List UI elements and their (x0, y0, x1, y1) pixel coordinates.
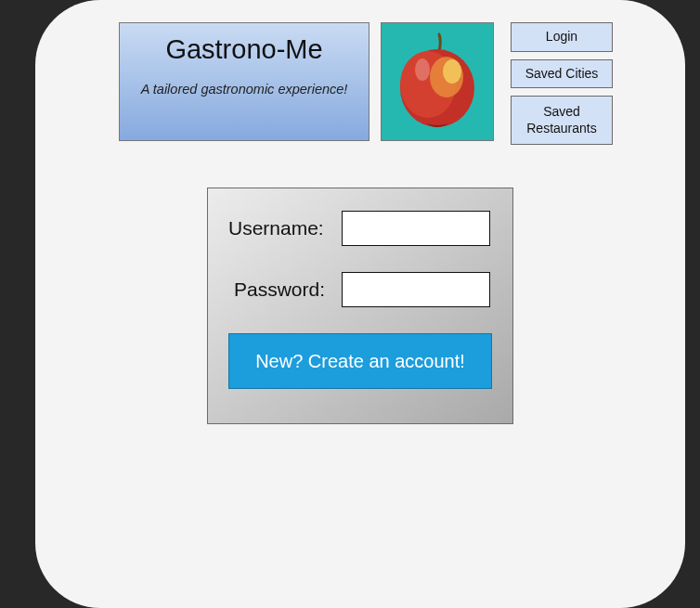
header-row: Gastrono-Me A tailored gastronomic exper… (35, 0, 685, 145)
login-card: Username: Password: New? Create an accou… (207, 188, 513, 424)
svg-point-5 (415, 58, 430, 81)
brand-tagline: A tailored gastronomic experience! (120, 82, 369, 97)
apple-icon (382, 23, 494, 141)
brand-title: Gastrono-Me (120, 34, 369, 65)
username-label: Username: (228, 217, 332, 239)
password-input[interactable] (342, 272, 490, 307)
username-row: Username: (228, 211, 492, 246)
app-panel: Gastrono-Me A tailored gastronomic exper… (35, 0, 685, 608)
svg-point-4 (443, 59, 461, 84)
login-nav-button[interactable]: Login (511, 22, 613, 52)
password-label: Password: (228, 278, 332, 301)
create-account-button[interactable]: New? Create an account! (228, 333, 492, 389)
brand-card: Gastrono-Me A tailored gastronomic exper… (119, 22, 369, 141)
saved-restaurants-button[interactable]: SavedRestaurants (511, 96, 613, 145)
username-input[interactable] (342, 211, 490, 246)
password-row: Password: (228, 272, 492, 307)
saved-cities-button[interactable]: Saved Cities (511, 59, 613, 89)
nav-column: Login Saved Cities SavedRestaurants (511, 22, 613, 145)
apple-image-tile (381, 22, 494, 141)
